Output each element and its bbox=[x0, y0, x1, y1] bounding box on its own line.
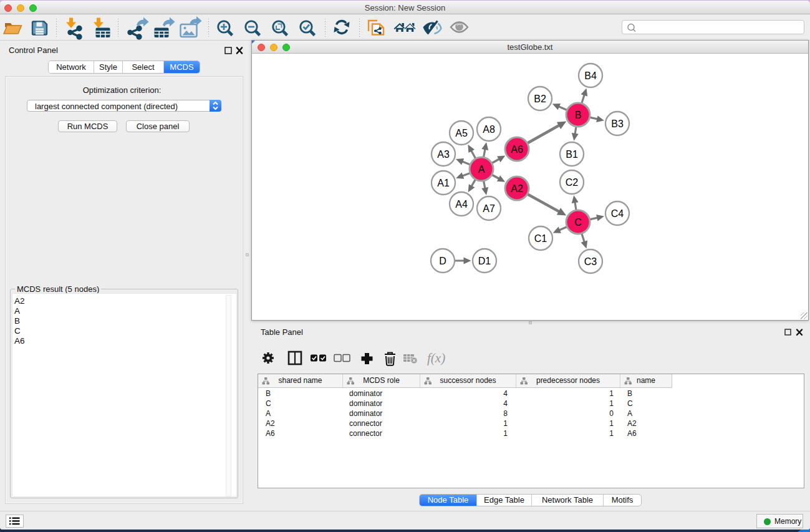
svg-text:C3: C3 bbox=[584, 256, 597, 267]
svg-text:D1: D1 bbox=[478, 256, 491, 266]
svg-text:A4: A4 bbox=[455, 199, 468, 210]
svg-text:B2: B2 bbox=[534, 94, 546, 104]
svg-text:B1: B1 bbox=[566, 149, 578, 160]
svg-text:C1: C1 bbox=[534, 233, 547, 244]
svg-text:A8: A8 bbox=[483, 124, 495, 135]
svg-text:D: D bbox=[439, 256, 446, 266]
svg-text:A3: A3 bbox=[437, 149, 450, 160]
svg-text:C: C bbox=[574, 217, 582, 228]
svg-text:B: B bbox=[575, 110, 582, 120]
svg-text:f(x): f(x) bbox=[427, 351, 445, 365]
svg-text:A5: A5 bbox=[455, 128, 468, 138]
svg-text:B4: B4 bbox=[584, 70, 597, 81]
svg-text:A1: A1 bbox=[437, 178, 450, 188]
svg-text:B3: B3 bbox=[611, 118, 624, 129]
svg-text:A2: A2 bbox=[511, 183, 523, 194]
svg-text:C4: C4 bbox=[611, 208, 624, 219]
svg-text:A7: A7 bbox=[483, 203, 495, 214]
svg-text:A6: A6 bbox=[511, 144, 523, 155]
svg-text:C2: C2 bbox=[566, 177, 579, 188]
svg-text:A: A bbox=[478, 164, 485, 175]
